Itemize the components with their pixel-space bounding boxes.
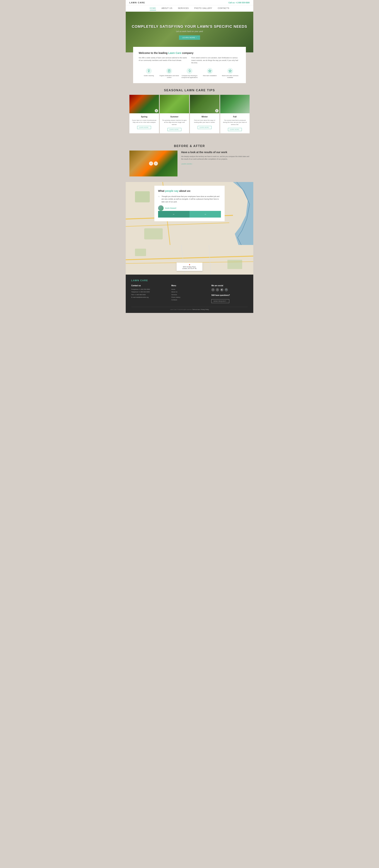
header-phone: Call us: +1 800 559 6580 [229, 2, 250, 4]
before-after-image: ‹ › [129, 151, 177, 177]
instagram-icon[interactable]: 📷 [225, 288, 228, 291]
footer-social-col: We are social f t ▶ 📷 Still have questio… [211, 285, 248, 303]
footer-columns: Contact us Freephone:+1 800 559 6580 Tel… [131, 285, 248, 303]
nav-gallery[interactable]: PHOTO GALLERY [194, 6, 212, 10]
hero-title: COMPLETELY SATISFYING YOUR LAWN'S SPECIF… [132, 24, 247, 29]
map-pin-icon: 📍 [179, 264, 200, 266]
fall-image [220, 95, 250, 113]
before-after-section: BEFORE & AFTER ‹ › Have a look at the re… [126, 137, 253, 182]
summer-image [160, 95, 189, 113]
new-lawn-icon [207, 68, 213, 74]
terms-link[interactable]: Terms of use [192, 309, 200, 310]
season-card-fall: Fall The excess heat that is produced du… [220, 113, 250, 133]
fall-text: The excess heat that is produced during … [222, 119, 248, 126]
season-images-row: + + [129, 95, 250, 113]
testimonial-prev-button[interactable]: ← [158, 211, 190, 218]
mulch-label: Mulch and other services available [220, 75, 240, 79]
footer-menu-services[interactable]: Services [171, 293, 208, 296]
spring-learn-more-button[interactable]: LEARN MORE › [137, 126, 151, 129]
testimonial-nav: ← → [158, 211, 221, 218]
nav-services[interactable]: SERVICES [178, 6, 189, 10]
spring-text: If your lawn is in need of professional … [131, 119, 157, 123]
compost-label: Compost top dressing & compost tea appli… [179, 75, 200, 79]
fall-title: Fall [222, 116, 248, 118]
before-after-title: BEFORE & AFTER [129, 139, 250, 151]
quote-icon: " [158, 195, 160, 200]
summer-title: Summer [162, 116, 187, 118]
footer-menu-contacts[interactable]: Contacts [171, 299, 208, 301]
ba-prev-arrow[interactable]: ‹ [149, 161, 153, 165]
nav-contacts[interactable]: CONTACTS [218, 6, 229, 10]
fertilization-icon [166, 68, 172, 74]
fall-learn-more-button[interactable]: LEARN MORE › [228, 128, 242, 131]
svg-rect-14 [135, 249, 146, 256]
footer-telephone: Telephone:+1 800 603 6035 [131, 291, 168, 293]
footer-menu-gallery[interactable]: Photo Gallery [171, 296, 208, 299]
nav-home[interactable]: HOME [150, 6, 156, 10]
footer-bottom: Lawn Care © 2016 All rights reserved. Te… [131, 307, 248, 310]
hero-content: COMPLETELY SATISFYING YOUR LAWN'S SPECIF… [132, 24, 247, 40]
footer: LAWN CARE Contact us Freephone:+1 800 55… [126, 275, 253, 313]
welcome-columns: We offer a wide variety of lawn care ser… [139, 57, 240, 64]
summer-learn-more-button[interactable]: LEARN MORE › [168, 128, 181, 131]
winter-learn-more-button[interactable]: LEARN MORE › [198, 126, 211, 129]
welcome-col-2: From weed control to core aeration, lawn… [191, 57, 240, 64]
ba-learn-more-link[interactable]: LEARN MORE › [181, 163, 193, 165]
footer-fax: FAX:+1 800 889 9099 [131, 293, 168, 296]
send-request-button[interactable]: SEND REQUEST › [211, 299, 229, 303]
welcome-title: Welcome to the leading Lawn Care company [139, 52, 240, 55]
footer-social-title: We are social [211, 285, 248, 287]
ba-next-arrow[interactable]: › [154, 161, 158, 165]
map-address-line1: 9870 St Mary Place, [179, 266, 200, 268]
map-background: What people say about us: " Thought you … [126, 182, 253, 245]
mulch-icon [227, 68, 233, 74]
footer-menu-about[interactable]: About Us [171, 291, 208, 293]
footer-email: E-mail:mail@demolink.org [131, 296, 168, 299]
testimonials-heading: What people say about us: [158, 189, 221, 192]
season-card-spring: Spring If your lawn is in need of profes… [129, 113, 159, 133]
footer-menu-title: Menu [171, 285, 208, 287]
map-lower-section: 📍 9870 St Mary Place, London, DC KS Fr 4… [126, 245, 253, 275]
social-icons-row: f t ▶ 📷 [211, 288, 248, 291]
footer-contact-title: Contact us [131, 285, 168, 287]
ba-navigation: ‹ › [149, 161, 158, 165]
new-lawn-label: New lawn installation [200, 75, 220, 76]
footer-freephone: Freephone:+1 800 559 6580 [131, 288, 168, 291]
svg-rect-15 [228, 260, 242, 269]
summer-text: The growing season reaches its apex as t… [162, 119, 187, 126]
season-card-winter: Winter Find out more about the ways of l… [190, 113, 219, 133]
youtube-icon[interactable]: ▶ [220, 288, 223, 291]
welcome-col-1: We offer a wide variety of lawn care ser… [139, 57, 188, 64]
footer-questions-title: Still have questions? [211, 294, 248, 296]
welcome-section: Welcome to the leading Lawn Care company… [133, 47, 246, 83]
nav-about[interactable]: ABOUT US [162, 6, 172, 10]
testimonials-card: What people say about us: " Thought you … [154, 186, 225, 221]
seasonal-section: SEASONAL LAWN CARE TIPS + + Spring If yo… [126, 83, 253, 137]
seasonal-title: SEASONAL LAWN CARE TIPS [129, 83, 250, 95]
hero-learn-more-button[interactable]: LEARN MORE › [179, 35, 200, 40]
svg-rect-6 [135, 191, 150, 203]
winter-image: + [190, 95, 219, 113]
fertilization-label: Organic fertilization and weed control [159, 75, 179, 79]
ba-title: Have a look at the results of our work [181, 151, 250, 154]
main-nav: HOME ABOUT US SERVICES PHOTO GALLERY CON… [126, 5, 253, 12]
facebook-icon[interactable]: f [211, 288, 215, 291]
footer-menu-home[interactable]: Home [171, 288, 208, 291]
testimonial-quote: Thought you should know that your employ… [162, 195, 221, 203]
before-after-inner: ‹ › Have a look at the results of our wo… [129, 151, 250, 177]
copyright-text: Lawn Care © 2016 All rights reserved. [170, 309, 192, 310]
footer-menu-col: Menu Home About Us Services Photo Galler… [171, 285, 208, 303]
testimonial-body: " Thought you should know that your empl… [158, 195, 221, 205]
hero-section: COMPLETELY SATISFYING YOUR LAWN'S SPECIF… [126, 12, 253, 53]
winter-text: Find out more about the ways of looking … [192, 119, 217, 123]
service-mulch: Mulch and other services available [220, 68, 240, 79]
footer-contact-col: Contact us Freephone:+1 800 559 6580 Tel… [131, 285, 168, 303]
testimonial-next-button[interactable]: → [190, 211, 221, 218]
svg-rect-8 [144, 228, 163, 239]
service-compost: Compost top dressing & compost tea appli… [179, 68, 200, 79]
twitter-icon[interactable]: t [216, 288, 219, 291]
privacy-link[interactable]: Privacy Policy [201, 309, 209, 310]
ba-text: We deeply analyze the territory we have … [181, 155, 250, 160]
before-after-content: Have a look at the results of our work W… [181, 151, 250, 165]
reviewer-name: Kevin Howard [165, 207, 176, 209]
